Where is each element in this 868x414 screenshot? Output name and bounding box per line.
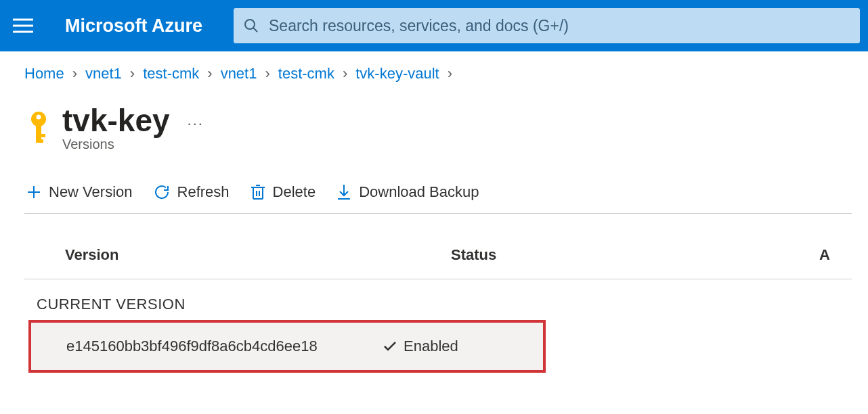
hamburger-menu[interactable] [8, 11, 38, 41]
download-icon [336, 183, 352, 201]
column-version[interactable]: Version [65, 246, 451, 264]
download-backup-label: Download Backup [359, 183, 479, 201]
new-version-button[interactable]: New Version [24, 181, 134, 204]
breadcrumb-item-testcmk1[interactable]: test-cmk [143, 65, 199, 83]
svg-point-3 [245, 20, 255, 29]
page-title: tvk-key [62, 104, 170, 137]
new-version-label: New Version [49, 183, 133, 201]
breadcrumb: Home › vnet1 › test-cmk › vnet1 › test-c… [24, 65, 852, 83]
breadcrumb-item-vnet1b[interactable]: vnet1 [221, 65, 257, 83]
highlighted-row: e145160bb3bf496f9df8a6cb4cd6ee18 Enabled [28, 320, 546, 373]
brand-label: Microsoft Azure [65, 16, 202, 37]
refresh-icon [153, 183, 171, 201]
refresh-label: Refresh [177, 183, 230, 201]
table-row[interactable]: e145160bb3bf496f9df8a6cb4cd6ee18 Enabled [31, 323, 543, 370]
column-status[interactable]: Status [451, 246, 817, 264]
breadcrumb-item-home[interactable]: Home [24, 65, 64, 83]
plus-icon [26, 184, 42, 200]
refresh-button[interactable]: Refresh [152, 181, 231, 204]
svg-rect-12 [253, 187, 263, 199]
chevron-right-icon: › [343, 65, 347, 83]
column-a[interactable]: A [817, 246, 830, 264]
chevron-right-icon: › [448, 65, 452, 83]
search-input[interactable] [269, 17, 850, 35]
breadcrumb-item-testcmk2[interactable]: test-cmk [278, 65, 334, 83]
group-current-version: CURRENT VERSION [37, 296, 852, 313]
cell-status-text: Enabled [404, 338, 458, 355]
svg-point-6 [37, 115, 41, 120]
cell-status: Enabled [383, 338, 458, 355]
key-icon [24, 111, 53, 146]
chevron-right-icon: › [207, 65, 212, 83]
hamburger-icon [13, 18, 33, 33]
svg-line-4 [253, 28, 257, 32]
search-icon [243, 18, 259, 34]
delete-label: Delete [273, 183, 316, 201]
download-backup-button[interactable]: Download Backup [334, 181, 480, 204]
cell-version: e145160bb3bf496f9df8a6cb4cd6ee18 [66, 338, 383, 355]
check-icon [383, 341, 397, 352]
breadcrumb-item-keyvault[interactable]: tvk-key-vault [355, 65, 439, 83]
svg-rect-9 [36, 139, 43, 143]
chevron-right-icon: › [72, 65, 77, 83]
trash-icon [250, 183, 266, 201]
toolbar: New Version Refresh Delete [24, 181, 852, 214]
more-menu[interactable]: ··· [188, 115, 204, 133]
delete-button[interactable]: Delete [248, 181, 318, 204]
chevron-right-icon: › [265, 65, 269, 83]
search-box[interactable] [234, 8, 860, 43]
breadcrumb-item-vnet1a[interactable]: vnet1 [85, 65, 122, 83]
page-subtitle: Versions [62, 137, 204, 152]
svg-rect-8 [36, 134, 45, 137]
chevron-right-icon: › [130, 65, 135, 83]
table-header: Version Status A [24, 246, 852, 279]
